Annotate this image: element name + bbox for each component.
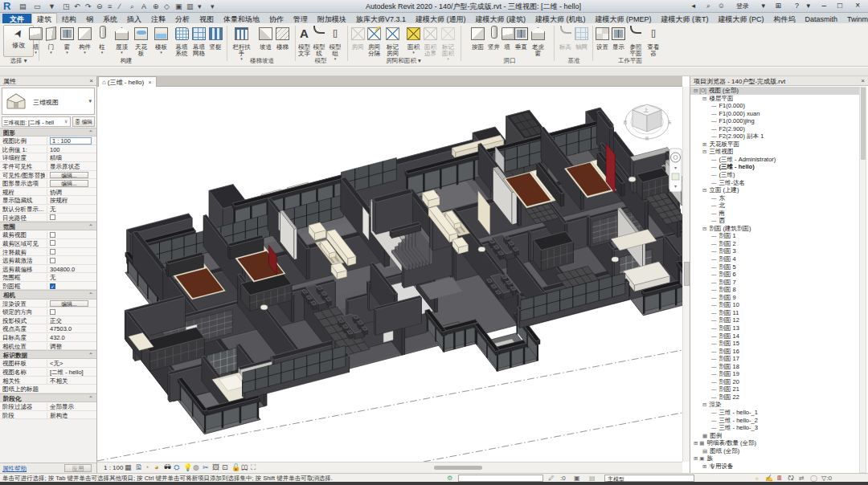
svg-text:东: 东 [668,120,672,124]
svg-text:上: 上 [643,108,649,112]
svg-text:西: 西 [624,120,628,125]
svg-text:▾: ▾ [674,184,677,189]
svg-text:▾: ▾ [674,165,677,170]
svg-text:南: 南 [645,136,649,141]
